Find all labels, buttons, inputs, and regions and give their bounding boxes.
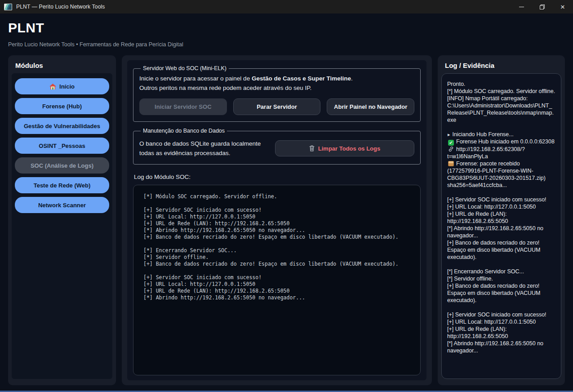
soc-server-description-line2: Outros peritos na mesma rede podem acede… (139, 85, 311, 91)
evidence-log-line: [+] Banco de dados recriado do zero! Esp… (447, 282, 555, 304)
clear-all-logs-button[interactable]: Limpar Todos os Logs (275, 140, 414, 156)
sidebar-item-label: Início (59, 83, 75, 90)
evidence-log-line: [*] Abrindo http://192.168.2.65:5050 no … (447, 340, 555, 354)
evidence-log-line: Forense: pacote recebido (1772579916-PLN… (447, 160, 555, 189)
play-icon: ▸ (448, 132, 450, 137)
main-panel-inner: Servidor Web do SOC (Mini-ELK) Inicie o … (127, 60, 426, 380)
sidebar-item-osint-pessoas[interactable]: OSINT _Pessoas (15, 138, 109, 154)
evidence-log-line: [+] Servidor SOC iniciado com sucesso! (447, 311, 555, 318)
evidence-log-line: [INFO] Nmap Portátil carregado: C:\Users… (447, 95, 555, 124)
server-buttons-row: Iniciar Servidor SOC Parar Servidor Abri… (139, 98, 414, 115)
sidebar-item-teste-rede-web[interactable]: Teste de Rede (Web) (15, 177, 109, 193)
sidebar-item-label: SOC (Análise de Logs) (31, 162, 93, 169)
sidebar-items: InícioForense (Hub)Gestão de Vulnerabili… (12, 73, 112, 379)
minimize-icon (519, 7, 524, 7)
soc-server-groupbox: Servidor Web do SOC (Mini-ELK) Inicie o … (133, 65, 421, 122)
soc-log-output[interactable]: [*] Módulo SOC carregado. Servidor offli… (133, 185, 421, 375)
window-title: PLNT — Perito Lucio Network Tools (16, 4, 105, 10)
close-icon: × (560, 3, 565, 11)
evidence-title: Log / Evidência (441, 60, 561, 73)
main-panel: Servidor Web do SOC (Mini-ELK) Inicie o … (122, 55, 432, 385)
content-row: Módulos InícioForense (Hub)Gestão de Vul… (8, 55, 565, 385)
close-button[interactable]: × (552, 0, 573, 13)
evidence-log-line: [*] Módulo SOC carregado. Servidor offli… (447, 88, 555, 95)
open-panel-browser-button[interactable]: Abrir Painel no Navegador (327, 98, 414, 115)
sidebar-item-inicio[interactable]: Início (15, 78, 109, 94)
sidebar-item-label: OSINT _Pessoas (39, 143, 85, 149)
evidence-log-line: [*] Encerrando Servidor SOC... (447, 268, 555, 275)
soc-server-group-title: Servidor Web do SOC (Mini-ELK) (141, 65, 229, 71)
minimize-button[interactable] (511, 0, 532, 13)
link-icon (448, 146, 454, 152)
restore-icon (540, 4, 545, 9)
evidence-log-line: [*] Servidor offline. (447, 275, 555, 282)
evidence-log-line: [*] Abrindo http://192.168.2.65:5050 no … (447, 225, 555, 239)
sidebar-item-forense-hub[interactable]: Forense (Hub) (15, 98, 109, 114)
evidence-log-line (447, 189, 555, 196)
evidence-log-line: [+] URL Local: http://127.0.0.1:5050 (447, 318, 555, 325)
evidence-panel: Log / Evidência Pronto.[*] Módulo SOC ca… (438, 55, 565, 385)
evidence-log-line: [+] URL de Rede (LAN): http://192.168.2.… (447, 210, 555, 225)
check-icon: ✔ (448, 140, 454, 146)
soc-server-description-suffix: . (351, 75, 353, 82)
app-icon (4, 4, 12, 10)
evidence-log-line: [+] Servidor SOC iniciado com sucesso! (447, 196, 555, 203)
sidebar-item-label: Teste de Rede (Web) (34, 182, 91, 189)
trash-icon (309, 145, 315, 151)
evidence-log-line: Pronto. (447, 80, 555, 88)
sidebar-item-label: Network Scanner (38, 202, 86, 209)
home-icon (49, 84, 56, 89)
evidence-log-line: [+] URL Local: http://127.0.0.1:5050 (447, 203, 555, 210)
window-controls: × (511, 0, 573, 13)
sidebar-item-network-scanner[interactable]: Network Scanner (15, 197, 109, 213)
sidebar-item-label: Forense (Hub) (42, 103, 82, 110)
db-description: O banco de dados SQLite guarda localment… (139, 139, 268, 158)
evidence-log-line (447, 124, 555, 131)
evidence-log-line: ✔Forense Hub iniciado em 0.0.0.0:62308 (447, 138, 555, 146)
start-soc-server-button[interactable]: Iniciar Servidor SOC (139, 98, 227, 115)
evidence-log-output[interactable]: Pronto.[*] Módulo SOC carregado. Servido… (441, 73, 561, 379)
evidence-log-line (447, 261, 555, 268)
sidebar-title: Módulos (12, 60, 112, 73)
sidebar: Módulos InícioForense (Hub)Gestão de Vul… (8, 55, 116, 385)
clear-all-logs-label: Limpar Todos os Logs (318, 145, 380, 152)
evidence-log-line: ▸Iniciando Hub Forense... (447, 131, 555, 138)
sidebar-item-gestao-vulnerabilidades[interactable]: Gestão de Vulnerabilidades (15, 118, 109, 134)
soc-server-description: Inicie o servidor para acessar o painel … (139, 74, 414, 93)
evidence-log-line: [+] URL de Rede (LAN): http://192.168.2.… (447, 325, 555, 340)
package-icon (448, 161, 454, 166)
page-subtitle: Perito Lucio Network Tools • Ferramentas… (8, 41, 565, 48)
evidence-log-line: [+] Banco de dados recriado do zero! Esp… (447, 239, 555, 261)
evidence-log-line: http://192.168.2.65:62308/?t=w1l6NanPlyL… (447, 146, 555, 160)
stop-server-button[interactable]: Parar Servidor (233, 98, 321, 115)
soc-server-description-bold: Gestão de Casos e Super Timeline (252, 75, 351, 82)
app-root: PLNT Perito Lucio Network Tools • Ferram… (0, 13, 573, 392)
sidebar-item-soc-analise-logs[interactable]: SOC (Análise de Logs) (15, 157, 109, 174)
db-row: O banco de dados SQLite guarda localment… (139, 139, 414, 158)
page-title: PLNT (8, 20, 565, 36)
soc-log-label: Log do Módulo SOC: (134, 174, 420, 180)
soc-server-description-prefix: Inicie o servidor para acessar o painel … (139, 75, 252, 82)
db-maintenance-groupbox: Manutenção do Banco de Dados O banco de … (133, 128, 421, 165)
evidence-log-line (447, 304, 555, 311)
db-group-title: Manutenção do Banco de Dados (141, 128, 227, 134)
titlebar: PLNT — Perito Lucio Network Tools × (0, 0, 573, 13)
restore-button[interactable] (532, 0, 552, 13)
sidebar-item-label: Gestão de Vulnerabilidades (24, 123, 100, 129)
